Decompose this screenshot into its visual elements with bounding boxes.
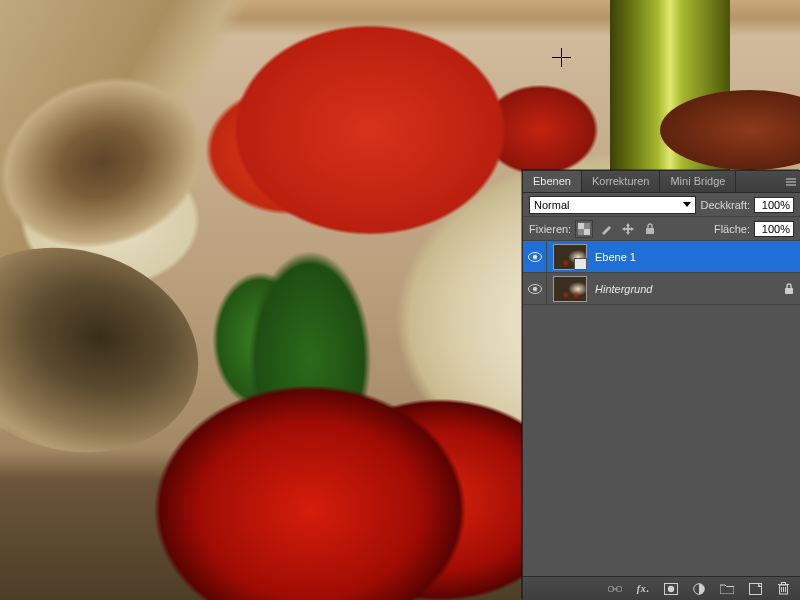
layer-thumbnail[interactable]: [553, 276, 587, 302]
svg-point-8: [532, 286, 536, 290]
layers-panel: Ebenen Korrekturen Mini Bridge Normal De…: [522, 170, 800, 600]
tab-korrekturen[interactable]: Korrekturen: [582, 171, 660, 192]
svg-point-6: [532, 254, 536, 258]
panel-footer: fx.: [523, 576, 800, 600]
mask-icon[interactable]: [662, 580, 680, 598]
layer-list: Ebene 1 Hintergrund: [523, 241, 800, 305]
opacity-label: Deckkraft:: [700, 199, 750, 211]
panel-tabbar: Ebenen Korrekturen Mini Bridge: [523, 171, 800, 193]
svg-rect-3: [578, 229, 584, 235]
tab-mini-bridge[interactable]: Mini Bridge: [660, 171, 736, 192]
blend-mode-value: Normal: [534, 199, 569, 211]
chevron-down-icon: [683, 202, 691, 207]
layer-name[interactable]: Hintergrund: [593, 283, 778, 295]
new-layer-icon[interactable]: [746, 580, 764, 598]
photo-wooden-bowl: [0, 220, 221, 480]
layer-row[interactable]: Hintergrund: [523, 273, 800, 305]
lock-icon: [778, 283, 800, 295]
crosshair-cursor-icon: [552, 48, 571, 67]
opacity-input[interactable]: 100%: [754, 197, 794, 213]
eye-icon: [528, 252, 542, 262]
layer-row[interactable]: Ebene 1: [523, 241, 800, 273]
svg-rect-22: [781, 583, 785, 585]
lock-pixels-icon[interactable]: [597, 220, 615, 238]
svg-rect-0: [578, 223, 584, 229]
svg-rect-1: [584, 229, 590, 235]
blend-mode-select[interactable]: Normal: [529, 196, 696, 214]
svg-rect-16: [749, 583, 761, 594]
svg-rect-2: [584, 223, 590, 229]
svg-rect-9: [785, 288, 793, 294]
group-icon[interactable]: [718, 580, 736, 598]
adjustment-icon[interactable]: [690, 580, 708, 598]
lock-label: Fixieren:: [529, 223, 571, 235]
svg-rect-4: [646, 228, 654, 234]
visibility-toggle[interactable]: [523, 241, 547, 272]
link-icon[interactable]: [606, 580, 624, 598]
fill-input[interactable]: 100%: [754, 221, 794, 237]
lock-transparency-icon[interactable]: [575, 220, 593, 238]
lock-fill-row: Fixieren: Fläche: 100%: [523, 217, 800, 241]
eye-icon: [528, 284, 542, 294]
panel-menu-icon[interactable]: [782, 171, 800, 192]
layer-thumbnail[interactable]: [553, 244, 587, 270]
svg-point-14: [668, 585, 674, 591]
lock-position-icon[interactable]: [619, 220, 637, 238]
trash-icon[interactable]: [774, 580, 792, 598]
lock-all-icon[interactable]: [641, 220, 659, 238]
fx-icon[interactable]: fx.: [634, 580, 652, 598]
visibility-toggle[interactable]: [523, 273, 547, 304]
tab-ebenen[interactable]: Ebenen: [523, 171, 582, 192]
fill-label: Fläche:: [714, 223, 750, 235]
blend-opacity-row: Normal Deckkraft: 100%: [523, 193, 800, 217]
layer-name[interactable]: Ebene 1: [593, 251, 800, 263]
